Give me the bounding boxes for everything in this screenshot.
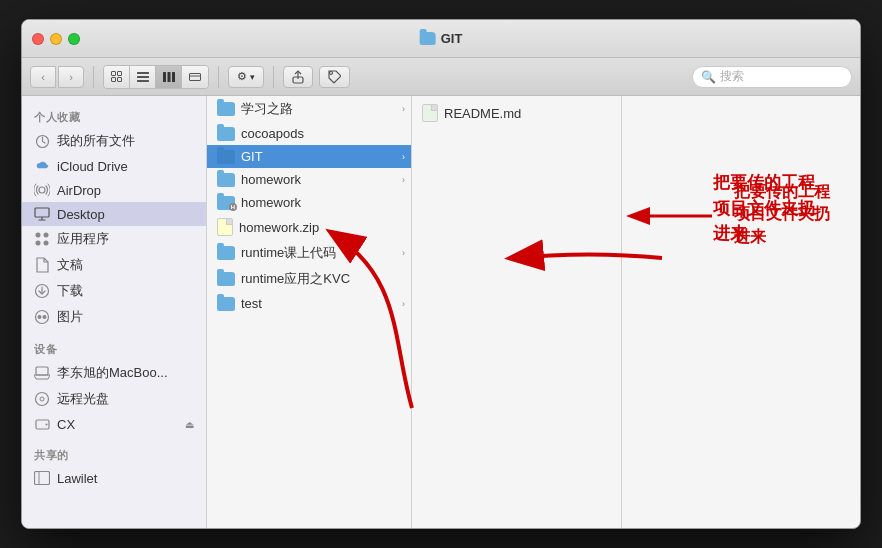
gear-icon: ⚙: [237, 70, 247, 83]
chevron-icon: ›: [402, 248, 405, 258]
sidebar-label-icloud: iCloud Drive: [57, 159, 128, 174]
sidebar-label-optical: 远程光盘: [57, 390, 109, 408]
view-buttons: [103, 65, 209, 89]
tag-icon: [328, 70, 341, 84]
view-list-button[interactable]: [130, 66, 156, 88]
tag-button[interactable]: [319, 66, 350, 88]
left-panel: 学习之路 › cocoapods GIT › homework ›: [207, 96, 412, 528]
sidebar-item-cx[interactable]: CX ⏏: [22, 412, 206, 436]
item-label: 学习之路: [241, 100, 293, 118]
sidebar: 个人收藏 我的所有文件 iCloud Drive: [22, 96, 207, 528]
sidebar-item-photos[interactable]: 图片: [22, 304, 206, 330]
view-cover-button[interactable]: [182, 66, 208, 88]
svg-rect-8: [167, 72, 170, 82]
sidebar-section-shared: 共享的: [22, 442, 206, 466]
nav-buttons: ‹ ›: [30, 66, 84, 88]
item-label: runtime课上代码: [241, 244, 336, 262]
view-icon-button[interactable]: [104, 66, 130, 88]
svg-point-18: [44, 233, 49, 238]
apps-icon: [34, 231, 50, 247]
chevron-icon: ›: [402, 175, 405, 185]
item-label: homework.zip: [239, 220, 319, 235]
sidebar-item-downloads[interactable]: 下载: [22, 278, 206, 304]
downloads-icon: [34, 283, 50, 299]
fullscreen-button[interactable]: [68, 33, 80, 45]
sidebar-item-icloud[interactable]: iCloud Drive: [22, 154, 206, 178]
svg-rect-0: [111, 71, 115, 75]
list-item[interactable]: test ›: [207, 292, 411, 315]
drive-icon: [34, 416, 50, 432]
all-files-icon: [34, 133, 50, 149]
svg-point-26: [36, 393, 49, 406]
svg-point-24: [43, 315, 47, 319]
list-item[interactable]: cocoapods: [207, 122, 411, 145]
folder-icon: [217, 127, 235, 141]
sidebar-item-all-files[interactable]: 我的所有文件: [22, 128, 206, 154]
share-icon: [292, 70, 304, 84]
docs-icon: [34, 257, 50, 273]
window-folder-icon: [420, 32, 436, 45]
folder-icon: [217, 272, 235, 286]
list-item-git[interactable]: GIT ›: [207, 145, 411, 168]
action-button[interactable]: ⚙ ▾: [228, 66, 264, 88]
svg-rect-3: [117, 77, 121, 81]
sidebar-label-airdrop: AirDrop: [57, 183, 101, 198]
zip-file-icon: [217, 218, 233, 236]
svg-rect-2: [111, 77, 115, 81]
md-file-icon: [422, 104, 438, 122]
sidebar-item-macbook[interactable]: 李东旭的MacBoo...: [22, 360, 206, 386]
svg-rect-1: [117, 71, 121, 75]
sidebar-label-desktop: Desktop: [57, 207, 105, 222]
sidebar-label-macbook: 李东旭的MacBoo...: [57, 364, 168, 382]
sidebar-label-photos: 图片: [57, 308, 83, 326]
sidebar-label-all-files: 我的所有文件: [57, 132, 135, 150]
titlebar: GIT: [22, 20, 860, 58]
toolbar: ‹ ›: [22, 58, 860, 96]
sidebar-item-docs[interactable]: 文稿: [22, 252, 206, 278]
share-button[interactable]: [283, 66, 313, 88]
chevron-icon: ›: [402, 299, 405, 309]
forward-button[interactable]: ›: [58, 66, 84, 88]
sidebar-item-airdrop[interactable]: AirDrop: [22, 178, 206, 202]
svg-rect-30: [35, 472, 50, 485]
search-box[interactable]: 🔍 搜索: [692, 66, 852, 88]
list-item[interactable]: 学习之路 ›: [207, 96, 411, 122]
list-item[interactable]: homework.zip: [207, 214, 411, 240]
svg-point-17: [36, 233, 41, 238]
chevron-down-icon: ▾: [250, 72, 255, 82]
view-column-button[interactable]: [156, 66, 182, 88]
back-button[interactable]: ‹: [30, 66, 56, 88]
svg-rect-7: [163, 72, 166, 82]
svg-point-13: [330, 71, 333, 74]
list-item[interactable]: runtime课上代码 ›: [207, 240, 411, 266]
close-button[interactable]: [32, 33, 44, 45]
photos-icon: [34, 309, 50, 325]
eject-icon[interactable]: ⏏: [185, 419, 194, 430]
main-content: 个人收藏 我的所有文件 iCloud Drive: [22, 96, 860, 528]
desktop-icon: [34, 206, 50, 222]
list-item[interactable]: homework ›: [207, 168, 411, 191]
item-label: test: [241, 296, 262, 311]
sidebar-item-optical[interactable]: 远程光盘: [22, 386, 206, 412]
traffic-lights: [32, 33, 80, 45]
svg-point-29: [45, 423, 47, 425]
folder-icon: [217, 246, 235, 260]
sidebar-item-desktop[interactable]: Desktop: [22, 202, 206, 226]
sidebar-item-lawlet[interactable]: Lawilet: [22, 466, 206, 490]
sidebar-item-apps[interactable]: 应用程序: [22, 226, 206, 252]
svg-point-20: [44, 241, 49, 246]
list-item[interactable]: runtime应用之KVC: [207, 266, 411, 292]
item-label: homework: [241, 195, 301, 210]
laptop-icon: [34, 365, 50, 381]
svg-rect-5: [137, 76, 149, 78]
window-title: GIT: [420, 31, 463, 46]
svg-point-27: [40, 397, 44, 401]
sidebar-section-personal: 个人收藏: [22, 104, 206, 128]
chevron-icon: ›: [402, 104, 405, 114]
annotation-arrows: [622, 96, 860, 528]
list-item-readme[interactable]: README.md: [412, 100, 621, 126]
folder-icon: [217, 102, 235, 116]
list-item[interactable]: H homework: [207, 191, 411, 214]
disc-icon: [34, 391, 50, 407]
minimize-button[interactable]: [50, 33, 62, 45]
